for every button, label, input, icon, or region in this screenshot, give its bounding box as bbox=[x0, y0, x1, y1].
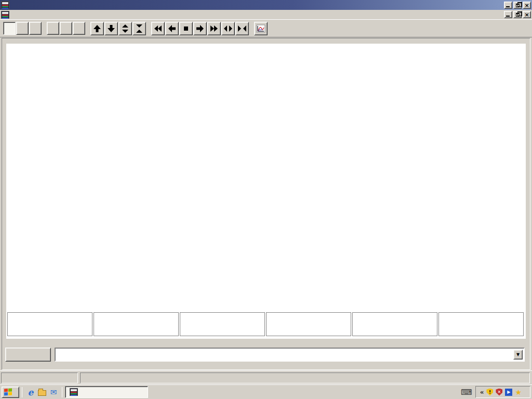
child-close-button[interactable]: × bbox=[523, 11, 531, 18]
alarm-combobox[interactable]: ▼ bbox=[55, 348, 525, 362]
ch3-channel bbox=[182, 321, 262, 328]
ch2-channel bbox=[96, 321, 176, 328]
minimize-button[interactable] bbox=[504, 2, 512, 9]
menu-measure[interactable] bbox=[33, 14, 41, 16]
d3-button[interactable] bbox=[29, 22, 42, 35]
menu-help[interactable] bbox=[48, 14, 55, 16]
menu-file[interactable] bbox=[11, 14, 19, 16]
windows-logo-icon bbox=[4, 388, 12, 396]
toolbar bbox=[0, 20, 532, 37]
title-bar: × bbox=[0, 0, 532, 10]
system-tray: ⌨ « ! ✕ ▶ ★ bbox=[461, 386, 530, 398]
taskbar: e ✉ ⌨ « ! ✕ ▶ ★ bbox=[0, 384, 532, 399]
ch2-value bbox=[96, 328, 176, 335]
status-message bbox=[1, 373, 78, 383]
folder-icon[interactable] bbox=[37, 387, 47, 397]
app-icon bbox=[70, 388, 78, 396]
channel-legend bbox=[7, 312, 524, 336]
child-restore-button[interactable] bbox=[513, 11, 522, 18]
status-bar bbox=[0, 370, 532, 384]
y1-button[interactable] bbox=[47, 22, 59, 35]
ch3-value bbox=[182, 328, 262, 335]
graph-display-icon[interactable] bbox=[254, 22, 268, 35]
ch6-channel bbox=[441, 321, 521, 328]
move-down-icon[interactable] bbox=[104, 22, 118, 35]
ch5-value bbox=[355, 328, 435, 335]
alarm-reset-button[interactable] bbox=[5, 348, 51, 362]
alarm-row: ▼ bbox=[5, 348, 528, 363]
mail-icon[interactable]: ✉ bbox=[48, 387, 59, 397]
compress-vertical-icon[interactable] bbox=[132, 22, 146, 35]
expand-horizontal-icon[interactable] bbox=[221, 22, 235, 35]
legend-cell-ch6 bbox=[438, 312, 524, 336]
ch1-value bbox=[10, 328, 90, 335]
keyboard-icon[interactable]: ⌨ bbox=[461, 388, 472, 397]
menu-view[interactable] bbox=[19, 14, 26, 16]
media-player-icon[interactable]: ▶ bbox=[505, 389, 512, 396]
legend-cell-ch2 bbox=[94, 312, 179, 336]
app-icon bbox=[1, 1, 9, 9]
child-minimize-button[interactable] bbox=[504, 11, 512, 18]
ch5-channel bbox=[355, 321, 435, 328]
collapse-chevrons-icon[interactable]: « bbox=[480, 389, 484, 396]
y2-button[interactable] bbox=[60, 22, 72, 35]
y3-button[interactable] bbox=[73, 22, 85, 35]
stop-icon[interactable] bbox=[179, 22, 193, 35]
expand-vertical-icon[interactable] bbox=[118, 22, 132, 35]
ch4-label bbox=[269, 313, 349, 321]
legend-cell-ch4 bbox=[266, 312, 351, 336]
ch2-label bbox=[96, 313, 176, 321]
ch1-label bbox=[10, 313, 90, 321]
legend-cell-ch1 bbox=[7, 312, 92, 336]
d1-button[interactable] bbox=[3, 22, 16, 35]
alarm-combobox-input[interactable] bbox=[57, 350, 523, 360]
ch6-label bbox=[441, 313, 521, 321]
compress-horizontal-icon[interactable] bbox=[235, 22, 249, 35]
step-forward-icon[interactable] bbox=[193, 22, 207, 35]
ch4-channel bbox=[269, 321, 349, 328]
status-panel-2 bbox=[80, 373, 530, 383]
fast-rewind-icon[interactable] bbox=[151, 22, 165, 35]
internet-explorer-icon[interactable]: e bbox=[25, 387, 36, 397]
d2-button[interactable] bbox=[16, 22, 29, 35]
restore-button[interactable] bbox=[513, 2, 522, 9]
ch1-channel bbox=[10, 321, 90, 328]
ch4-value bbox=[269, 328, 349, 335]
ch6-value bbox=[441, 328, 521, 335]
fast-forward-icon[interactable] bbox=[207, 22, 221, 35]
menu-settings[interactable] bbox=[26, 14, 33, 16]
menu-bar: × bbox=[0, 10, 532, 20]
star-icon[interactable]: ★ bbox=[515, 388, 522, 396]
ch3-label bbox=[182, 313, 262, 321]
step-back-icon[interactable] bbox=[165, 22, 179, 35]
ch5-label bbox=[355, 313, 435, 321]
child-window-icon bbox=[1, 11, 9, 19]
shield-warning-icon[interactable]: ! bbox=[486, 389, 493, 396]
line-graph-panel bbox=[6, 44, 526, 339]
shield-error-icon[interactable]: ✕ bbox=[496, 389, 502, 396]
move-up-icon[interactable] bbox=[90, 22, 104, 35]
menu-window[interactable] bbox=[41, 14, 48, 16]
line-graph bbox=[6, 44, 526, 339]
graph-window-client: ▼ bbox=[2, 38, 530, 370]
close-button[interactable]: × bbox=[523, 2, 531, 9]
legend-cell-ch5 bbox=[352, 312, 437, 336]
legend-cell-ch3 bbox=[180, 312, 265, 336]
taskbar-item-softthermo[interactable] bbox=[65, 386, 148, 398]
chevron-down-icon[interactable]: ▼ bbox=[513, 350, 523, 360]
start-button[interactable] bbox=[2, 387, 19, 398]
